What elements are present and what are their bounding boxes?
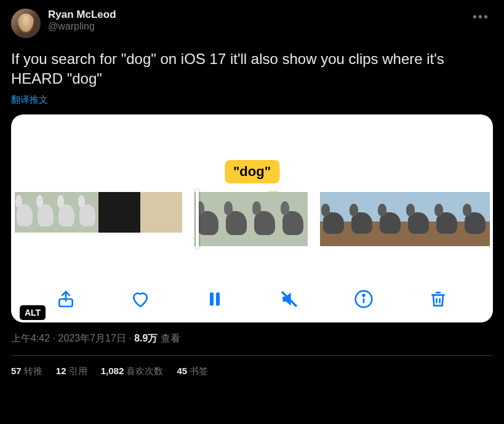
- clip-group-1[interactable]: [15, 192, 182, 246]
- handle[interactable]: @warpling: [48, 21, 469, 32]
- playhead[interactable]: [196, 190, 199, 249]
- svg-rect-1: [210, 292, 214, 305]
- bookmarks-stat[interactable]: 45 书签: [177, 366, 208, 377]
- clip-group-3[interactable]: [320, 192, 490, 246]
- share-button[interactable]: [55, 288, 77, 310]
- like-button[interactable]: [129, 288, 151, 310]
- retweets-stat[interactable]: 57 转推: [11, 366, 42, 377]
- quotes-count: 12: [56, 366, 66, 376]
- svg-rect-2: [216, 292, 220, 305]
- clip-frame: [433, 192, 462, 246]
- mute-button[interactable]: [278, 288, 300, 310]
- retweets-label: 转推: [24, 366, 42, 376]
- clip-frame: [15, 192, 36, 233]
- clip-frame: [78, 192, 98, 233]
- tweet-time[interactable]: 上午4:42: [11, 333, 50, 343]
- author-names: Ryan McLeod @warpling: [48, 9, 469, 32]
- clip-frame: [161, 192, 182, 233]
- clip-frame: [348, 192, 377, 246]
- quotes-stat[interactable]: 12 引用: [56, 366, 87, 377]
- heart-icon: [130, 289, 150, 309]
- bookmarks-label: 书签: [190, 366, 208, 376]
- pause-icon: [205, 289, 225, 309]
- clip-frame: [405, 192, 433, 246]
- tweet-text: If you search for "dog" on iOS 17 it'll …: [11, 49, 493, 89]
- clip-frame: [223, 192, 251, 246]
- media-toolbar: [11, 288, 493, 310]
- likes-count: 1,082: [101, 366, 124, 376]
- share-icon: [56, 289, 76, 309]
- tweet-date[interactable]: 2023年7月17日: [58, 333, 126, 343]
- clip-frame: [36, 192, 57, 233]
- clip-frame: [462, 192, 490, 246]
- bookmarks-count: 45: [177, 366, 187, 376]
- media-card[interactable]: "dog": [11, 114, 493, 322]
- quotes-label: 引用: [69, 366, 87, 376]
- clip-frame: [119, 192, 140, 233]
- clip-frame: [57, 192, 78, 233]
- likes-stat[interactable]: 1,082 喜欢次数: [101, 366, 164, 377]
- trash-icon: [428, 289, 448, 309]
- tweet-meta: 上午4:42 · 2023年7月17日 · 8.9万 查看: [11, 332, 493, 345]
- alt-badge[interactable]: ALT: [20, 305, 46, 320]
- retweets-count: 57: [11, 366, 22, 376]
- tweet-container: Ryan McLeod @warpling ••• If you search …: [0, 0, 504, 387]
- clip-frame: [377, 192, 405, 246]
- clip-frame: [320, 192, 348, 246]
- clip-group-2[interactable]: [194, 192, 308, 246]
- info-button[interactable]: [353, 288, 375, 310]
- video-timeline[interactable]: [11, 192, 493, 246]
- delete-button[interactable]: [427, 288, 449, 310]
- clip-frame: [98, 192, 119, 233]
- display-name[interactable]: Ryan McLeod: [48, 9, 469, 21]
- translate-link[interactable]: 翻译推文: [11, 94, 493, 106]
- svg-point-6: [363, 294, 365, 296]
- likes-label: 喜欢次数: [126, 366, 163, 376]
- more-button[interactable]: •••: [469, 9, 493, 25]
- tweet-header: Ryan McLeod @warpling •••: [11, 9, 493, 38]
- views-count: 8.9万: [134, 333, 158, 343]
- info-icon: [354, 289, 374, 309]
- views-label: 查看: [161, 333, 180, 343]
- clip-frame: [140, 192, 161, 233]
- avatar[interactable]: [11, 9, 41, 38]
- search-term-badge: "dog": [225, 160, 279, 183]
- tweet-stats: 57 转推 12 引用 1,082 喜欢次数 45 书签: [11, 356, 493, 387]
- speaker-muted-icon: [279, 289, 299, 309]
- clip-frame: [279, 192, 308, 246]
- clip-frame: [251, 192, 279, 246]
- pause-button[interactable]: [204, 288, 226, 310]
